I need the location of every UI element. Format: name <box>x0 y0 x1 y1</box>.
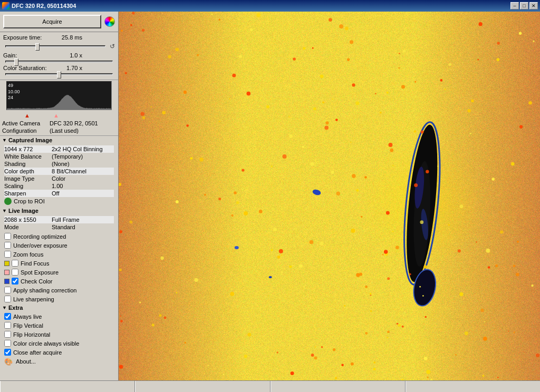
controls-area: Exposure time: 25.8 ms ↺ Gain: 1.0 x <box>0 32 118 80</box>
content-area: Acquire Exposure time: 25.8 ms ↺ <box>0 12 540 380</box>
recording-optimized-label[interactable]: Recording optimized <box>13 233 66 240</box>
always-live-label[interactable]: Always live <box>13 313 42 320</box>
gain-slider-track[interactable] <box>5 61 113 63</box>
under-over-checkbox[interactable] <box>4 242 11 249</box>
zoom-focus-checkbox[interactable] <box>4 251 11 258</box>
always-live-checkbox[interactable] <box>4 313 11 320</box>
ci-crop-row: Crop to ROI <box>4 197 114 205</box>
refresh-icon[interactable]: ↺ <box>110 43 115 50</box>
spot-exposure-checkbox[interactable] <box>12 269 18 276</box>
hist-val1: 49 <box>8 83 20 89</box>
ci-depth-row: Color depth 8 Bit/Channel <box>4 168 114 175</box>
exposure-value: 25.8 ms <box>53 34 82 41</box>
ci-wb-value: (Temporary) <box>52 153 83 160</box>
gain-label: Gain: <box>3 52 53 58</box>
apply-shading-checkbox[interactable] <box>4 287 11 293</box>
flip-horizontal-label[interactable]: Flip Horizontal <box>13 331 50 338</box>
gain-row: Gain: 1.0 x <box>3 52 115 58</box>
title-text: DFC 320 R2, 050114304 <box>2 2 76 9</box>
li-size-label: 2088 x 1550 <box>4 217 52 223</box>
extra-header[interactable]: ▼ Extra <box>0 303 118 312</box>
li-size-value: Full Frame <box>52 217 80 223</box>
about-item: 🎨 About... <box>0 357 118 366</box>
live-sharpening-checkbox[interactable] <box>4 296 11 302</box>
ci-sharpen-label: Sharpen <box>4 190 52 197</box>
live-image-header[interactable]: ▼ Live Image <box>0 207 118 215</box>
status-panel-4 <box>406 381 540 392</box>
check-color-checkbox[interactable] <box>12 278 18 285</box>
about-label[interactable]: About... <box>16 358 36 365</box>
live-image-arrow: ▼ <box>2 208 7 213</box>
captured-image-header[interactable]: ▼ Captured Image <box>0 136 118 144</box>
ci-size-value: 2x2 HQ Col Binning <box>52 146 103 152</box>
captured-image-content: 1044 x 772 2x2 HQ Col Binning White Bala… <box>0 144 118 207</box>
gain-slider-row <box>3 61 115 63</box>
captured-image-label: Captured Image <box>8 137 52 143</box>
captured-image-arrow: ▼ <box>2 138 7 143</box>
active-camera-label: Active Camera <box>2 120 50 126</box>
find-focus-checkbox[interactable] <box>12 260 18 267</box>
status-panel-3 <box>271 381 406 392</box>
color-circle-label[interactable]: Color circle always visible <box>13 340 79 347</box>
gain-value: 1.0 x <box>53 52 82 58</box>
window: DFC 320 R2, 050114304 – □ ✕ Acquire <box>0 0 540 392</box>
crop-color-dot <box>4 198 12 205</box>
ci-wb-label: White Balance <box>4 153 52 160</box>
extra-arrow: ▼ <box>2 305 7 310</box>
status-panel-1 <box>0 381 135 392</box>
maximize-button[interactable]: □ <box>520 2 528 9</box>
color-circle-checkbox[interactable] <box>4 340 11 347</box>
left-arrow-marker: ▲ <box>24 112 30 119</box>
flip-horizontal-checkbox[interactable] <box>4 331 11 338</box>
color-sat-slider-track[interactable] <box>5 73 113 75</box>
apply-shading-item: Apply shading correction <box>0 286 118 295</box>
find-focus-color-dot <box>4 261 9 266</box>
color-sat-slider-thumb[interactable] <box>57 71 61 79</box>
acquire-button[interactable]: Acquire <box>3 15 101 28</box>
close-after-item: Close after acquire <box>0 348 118 357</box>
configuration-row: Configuration (Last used) <box>2 127 116 134</box>
arrow-markers: ▲ ▲ <box>3 112 115 119</box>
status-bar <box>0 380 540 392</box>
flip-vertical-item: Flip Vertical <box>0 321 118 330</box>
ci-sharpen-value: Off <box>52 190 59 197</box>
active-camera-value: DFC 320 R2, 0501 <box>50 120 116 126</box>
ci-scaling-label: Scaling <box>4 183 52 189</box>
find-focus-label[interactable]: Find Focus <box>21 260 49 267</box>
close-button[interactable]: ✕ <box>529 2 538 9</box>
color-sat-value: 1.70 x <box>53 65 82 71</box>
zoom-focus-label[interactable]: Zoom focus <box>13 251 43 258</box>
check-color-item: Check Color <box>0 277 118 286</box>
apply-shading-label[interactable]: Apply shading correction <box>13 287 76 293</box>
minimize-button[interactable]: – <box>510 2 519 9</box>
ci-scaling-row: Scaling 1.00 <box>4 182 114 190</box>
under-over-label[interactable]: Under/over exposure <box>13 242 68 249</box>
li-mode-label: Mode <box>4 224 52 230</box>
check-color-label[interactable]: Check Color <box>21 278 53 285</box>
live-image-label: Live Image <box>8 208 38 214</box>
flip-vertical-label[interactable]: Flip Vertical <box>13 322 43 329</box>
ci-sharpen-row: Sharpen Off <box>4 190 114 197</box>
ci-shading-label: Shading <box>4 161 52 167</box>
gain-slider-thumb[interactable] <box>14 58 18 66</box>
color-circle-item: Color circle always visible <box>0 339 118 348</box>
recording-optimized-checkbox[interactable] <box>4 233 11 240</box>
li-size-row: 2088 x 1550 Full Frame <box>4 216 114 223</box>
window-controls: – □ ✕ <box>510 2 538 9</box>
ci-type-row: Image Type Color <box>4 175 114 182</box>
exposure-slider-thumb[interactable] <box>35 43 40 51</box>
exposure-row: Exposure time: 25.8 ms <box>3 34 115 41</box>
ci-depth-value: 8 Bit/Channel <box>52 168 86 174</box>
recording-optimized-item: Recording optimized <box>0 232 118 241</box>
spot-exposure-label[interactable]: Spot Exposure <box>21 269 59 276</box>
live-sharpening-label[interactable]: Live sharpening <box>13 296 54 302</box>
configuration-label: Configuration <box>2 128 50 134</box>
close-after-checkbox[interactable] <box>4 349 11 356</box>
flip-vertical-checkbox[interactable] <box>4 322 11 329</box>
image-panel <box>119 12 540 380</box>
main-container: Acquire Exposure time: 25.8 ms ↺ <box>0 12 540 392</box>
ci-size-row: 1044 x 772 2x2 HQ Col Binning <box>4 145 114 153</box>
color-wheel-icon[interactable] <box>104 16 115 27</box>
exposure-slider-track[interactable] <box>5 45 105 47</box>
close-after-label[interactable]: Close after acquire <box>13 349 62 356</box>
